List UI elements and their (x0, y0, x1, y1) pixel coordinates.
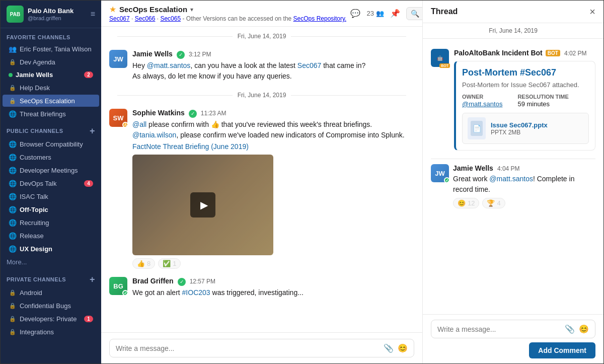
meta-resolution: Resolution Time 59 minutes (517, 94, 568, 108)
mention-tania[interactable]: @tania.wilson (132, 131, 176, 139)
workspace-info: PAB Palo Alto Bank @brad.griffen (7, 6, 73, 23)
verified-badge: ✓ (178, 278, 186, 286)
lock-icon: 🔒 (9, 58, 17, 66)
sidebar-item-customers[interactable]: 🌐 Customers (3, 151, 99, 163)
globe-icon: 🌐 (9, 192, 17, 200)
message-author: Jamie Wells (132, 50, 173, 58)
add-public-channel-button[interactable]: + (90, 126, 95, 135)
bot-avatar: 🤖 BOT (431, 49, 449, 67)
bot-message-time: 4:02 PM (564, 50, 587, 57)
ioc203-link[interactable]: #IOC203 (182, 288, 210, 297)
thread-emoji-icon[interactable]: 😊 (579, 324, 589, 334)
thread-message-input[interactable] (437, 325, 561, 333)
close-thread-button[interactable]: × (589, 7, 595, 17)
sidebar-item-threat-briefings[interactable]: 🌐 Threat Briefings (3, 108, 99, 120)
add-private-channel-button[interactable]: + (90, 275, 95, 284)
globe-icon: 🌐 (9, 179, 17, 187)
reaction-trophy[interactable]: 🏆 4 (482, 198, 505, 208)
thread-attachment-icon[interactable]: 📎 (565, 324, 575, 334)
sec065-link[interactable]: Sec065 (160, 15, 181, 22)
message-text: We got an alert #IOC203 was triggered, i… (132, 287, 414, 298)
header-actions: 💬 23 👥 📌 🔍 @ 🚩 (350, 7, 422, 20)
reaction-checkmark[interactable]: ✅ 1 (158, 258, 181, 269)
sidebar-item-isac-talk[interactable]: 🌐 ISAC Talk (3, 190, 99, 202)
thread-input-area: 📎 😊 Add Comment (423, 314, 603, 363)
sidebar-item-eric-tania[interactable]: 👥 Eric Foster, Tania Wilson (3, 43, 99, 55)
favorite-channels-header: FAVORITE CHANNELS (1, 28, 101, 42)
message-jamie-wells: JW Jamie Wells ✓ 3:12 PM Hey @matt.santo… (109, 46, 414, 86)
message-input[interactable] (116, 344, 380, 352)
globe-icon: 🌐 (9, 219, 17, 227)
bot-message-header: PaloAltoBank Incident Bot BOT 4:02 PM (454, 49, 595, 57)
mention-all[interactable]: @all (132, 120, 146, 128)
mention-matt-santos[interactable]: @matt.santos (147, 61, 191, 69)
video-preview[interactable] (132, 155, 273, 255)
chat-icon[interactable]: 💬 (350, 9, 360, 18)
sidebar-item-developers-private[interactable]: 🔒 Developers: Private 1 (3, 313, 99, 325)
date-divider-2: Fri, June 14, 2019 (109, 86, 414, 105)
mention-matt-reply[interactable]: @matt.santos (489, 175, 533, 183)
reactions: 👍 8 ✅ 1 (132, 258, 414, 269)
sidebar-item-recruiting[interactable]: 🌐 Recruiting (3, 216, 99, 229)
messages-area: Fri, June 14, 2019 JW Jamie Wells ✓ 3:12… (101, 27, 422, 332)
sidebar-item-dev-agenda[interactable]: 🔒 Dev Agenda (3, 56, 99, 68)
video-overlay (132, 155, 273, 255)
sidebar-item-confidential-bugs[interactable]: 🔒 Confidential Bugs (3, 300, 99, 312)
private-channels-header: PRIVATE CHANNELS + (1, 269, 101, 286)
verified-badge: ✓ (177, 51, 185, 59)
sec067-link[interactable]: Sec067 (109, 15, 130, 22)
sec066-link[interactable]: Sec066 (135, 15, 156, 22)
more-channels-link[interactable]: More... (1, 255, 101, 269)
message-content: Sophie Watkins ✓ 11:23 AM @all please co… (132, 109, 414, 269)
main-content: ★ SecOps Escalation ▾ Sec067 · Sec066 · … (101, 1, 422, 363)
sidebar-item-off-topic[interactable]: 🌐 Off-Topic (3, 203, 99, 215)
channel-search[interactable]: 🔍 (406, 7, 422, 20)
add-comment-button[interactable]: Add Comment (529, 342, 595, 358)
reaction-smile[interactable]: 😊 12 (453, 198, 479, 208)
sidebar-item-jamie-wells[interactable]: Jamie Wells 2 (3, 69, 99, 81)
sidebar-item-integrations[interactable]: 🔒 Integrations (3, 326, 99, 338)
lock-icon: 🔒 (9, 84, 17, 92)
sidebar-item-devops-talk[interactable]: 🌐 DevOps Talk 4 (3, 177, 99, 189)
sidebar-item-android[interactable]: 🔒 Android (3, 286, 99, 299)
message-header: Brad Griffen ✓ 12:57 PM (132, 277, 414, 286)
hamburger-icon[interactable]: ≡ (91, 10, 95, 19)
meta-owner: Owner @matt.santos (462, 94, 502, 108)
public-channels-header: PUBLIC CHANNELS + (1, 120, 101, 137)
threat-briefing-link[interactable]: FactNote Threat Briefing (June 2019) (132, 142, 414, 151)
workspace-user: @brad.griffen (28, 15, 73, 21)
message-time: 11:23 AM (201, 110, 226, 117)
secops-repo-link[interactable]: SecOps Repository. (293, 15, 347, 22)
sidebar-item-browser-compatibility[interactable]: 🌐 Browser Compatibility (3, 138, 99, 150)
lock-icon: 🔒 (9, 97, 17, 105)
message-content: Jamie Wells ✓ 3:12 PM Hey @matt.santos, … (132, 50, 414, 82)
message-text: Hey @matt.santos, can you have a look at… (132, 60, 414, 71)
message-author: Brad Griffen (132, 277, 174, 285)
avatar-jamie-wells: JW (109, 50, 127, 68)
sidebar-item-secops-escalation[interactable]: 🔒 SecOps Escalation (3, 95, 99, 107)
channel-caret-icon[interactable]: ▾ (190, 6, 193, 13)
message-text-2: @tania.wilson, please confirm we've load… (132, 130, 414, 140)
play-button[interactable] (190, 192, 215, 217)
sidebar-item-help-desk[interactable]: 🔒 Help Desk (3, 82, 99, 94)
thread-header: Thread × (423, 1, 603, 23)
thread-reply-header: Jamie Wells 4:04 PM (453, 164, 595, 172)
emoji-icon[interactable]: 😊 (398, 343, 408, 353)
owner-link[interactable]: @matt.santos (462, 100, 502, 108)
sidebar-item-release[interactable]: 🌐 Release (3, 230, 99, 242)
attachment-icon[interactable]: 📎 (384, 343, 394, 353)
sec067-msg-link[interactable]: Sec067 (297, 61, 321, 69)
sidebar-item-ux-design[interactable]: 🌐 UX Design (3, 243, 99, 255)
thread-input-box[interactable]: 📎 😊 (431, 320, 595, 338)
attachment[interactable]: 📄 Issue Sec067.pptx PPTX 2MB (462, 113, 589, 144)
svg-text:📄: 📄 (473, 124, 482, 133)
sidebar-item-developer-meetings[interactable]: 🌐 Developer Meetings (3, 164, 99, 176)
member-count[interactable]: 23 👥 (366, 10, 384, 17)
attachment-name: Issue Sec067.pptx (491, 121, 548, 129)
message-input-box[interactable]: 📎 😊 (109, 339, 414, 357)
message-content: Brad Griffen ✓ 12:57 PM We got an alert … (132, 277, 414, 298)
reaction-thumbsup[interactable]: 👍 8 (132, 258, 155, 269)
star-icon[interactable]: ★ (109, 5, 116, 14)
pin-icon[interactable]: 📌 (390, 9, 400, 18)
verified-badge: ✓ (189, 110, 197, 118)
